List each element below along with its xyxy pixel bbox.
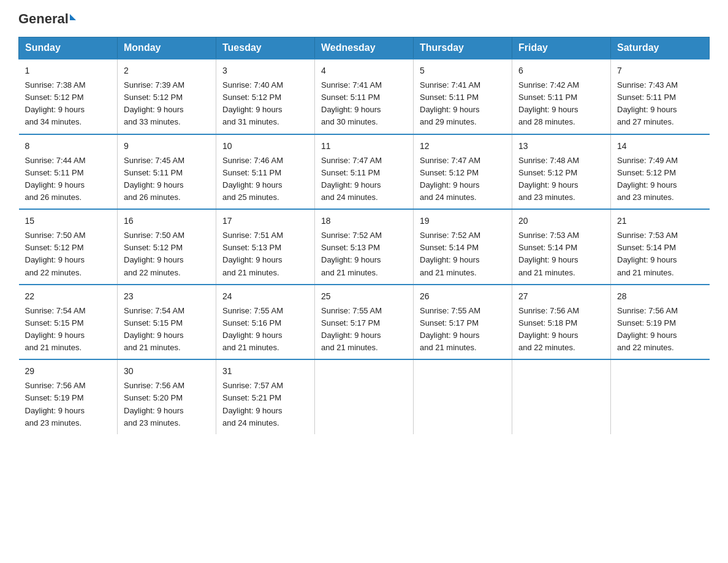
calendar-cell-w5d3: 31Sunrise: 7:57 AMSunset: 5:21 PMDayligh… <box>216 359 315 434</box>
day-number: 23 <box>124 290 210 303</box>
day-info: Sunrise: 7:38 AMSunset: 5:12 PMDaylight:… <box>25 79 112 129</box>
day-info: Sunrise: 7:44 AMSunset: 5:11 PMDaylight:… <box>25 155 112 204</box>
day-number: 15 <box>25 215 112 228</box>
day-info: Sunrise: 7:54 AMSunset: 5:15 PMDaylight:… <box>124 305 210 354</box>
calendar-cell-w5d5 <box>414 359 512 434</box>
day-info: Sunrise: 7:55 AMSunset: 5:16 PMDaylight:… <box>222 305 308 354</box>
day-info: Sunrise: 7:39 AMSunset: 5:12 PMDaylight:… <box>124 79 210 129</box>
day-number: 16 <box>124 215 210 228</box>
day-info: Sunrise: 7:46 AMSunset: 5:11 PMDaylight:… <box>222 155 308 204</box>
header-row: SundayMondayTuesdayWednesdayThursdayFrid… <box>19 37 710 59</box>
day-info: Sunrise: 7:53 AMSunset: 5:14 PMDaylight:… <box>617 229 703 279</box>
day-info: Sunrise: 7:47 AMSunset: 5:12 PMDaylight:… <box>420 155 506 204</box>
day-number: 22 <box>25 290 112 303</box>
day-number: 31 <box>222 365 308 378</box>
calendar-cell-w5d1: 29Sunrise: 7:56 AMSunset: 5:19 PMDayligh… <box>19 359 118 434</box>
header-monday: Monday <box>118 37 216 59</box>
calendar-cell-w4d4: 25Sunrise: 7:55 AMSunset: 5:17 PMDayligh… <box>315 285 414 360</box>
day-info: Sunrise: 7:51 AMSunset: 5:13 PMDaylight:… <box>222 229 308 279</box>
day-info: Sunrise: 7:40 AMSunset: 5:12 PMDaylight:… <box>222 79 308 129</box>
calendar-cell-w2d5: 12Sunrise: 7:47 AMSunset: 5:12 PMDayligh… <box>414 134 512 210</box>
day-info: Sunrise: 7:56 AMSunset: 5:19 PMDaylight:… <box>617 305 703 354</box>
calendar-cell-w3d5: 19Sunrise: 7:52 AMSunset: 5:14 PMDayligh… <box>414 209 512 285</box>
logo-text-general: General <box>18 11 76 26</box>
calendar-cell-w1d3: 3Sunrise: 7:40 AMSunset: 5:12 PMDaylight… <box>216 59 315 134</box>
day-number: 10 <box>222 140 308 153</box>
calendar-header: SundayMondayTuesdayWednesdayThursdayFrid… <box>19 37 710 59</box>
day-info: Sunrise: 7:55 AMSunset: 5:17 PMDaylight:… <box>420 305 506 354</box>
day-number: 11 <box>321 140 407 153</box>
week-row-3: 15Sunrise: 7:50 AMSunset: 5:12 PMDayligh… <box>19 209 710 285</box>
day-info: Sunrise: 7:47 AMSunset: 5:11 PMDaylight:… <box>321 155 407 204</box>
calendar-cell-w5d7 <box>611 359 710 434</box>
calendar-cell-w3d1: 15Sunrise: 7:50 AMSunset: 5:12 PMDayligh… <box>19 209 118 285</box>
calendar-cell-w5d2: 30Sunrise: 7:56 AMSunset: 5:20 PMDayligh… <box>118 359 216 434</box>
week-row-1: 1Sunrise: 7:38 AMSunset: 5:12 PMDaylight… <box>19 59 710 134</box>
calendar-cell-w5d6 <box>512 359 611 434</box>
day-info: Sunrise: 7:48 AMSunset: 5:12 PMDaylight:… <box>518 155 604 204</box>
calendar-cell-w5d4 <box>315 359 414 434</box>
day-info: Sunrise: 7:49 AMSunset: 5:12 PMDaylight:… <box>617 155 703 204</box>
day-info: Sunrise: 7:57 AMSunset: 5:21 PMDaylight:… <box>222 380 308 429</box>
calendar-cell-w2d3: 10Sunrise: 7:46 AMSunset: 5:11 PMDayligh… <box>216 134 315 210</box>
header-sunday: Sunday <box>19 37 118 59</box>
calendar-cell-w3d7: 21Sunrise: 7:53 AMSunset: 5:14 PMDayligh… <box>611 209 710 285</box>
header-thursday: Thursday <box>414 37 512 59</box>
calendar-cell-w3d3: 17Sunrise: 7:51 AMSunset: 5:13 PMDayligh… <box>216 209 315 285</box>
calendar-cell-w4d5: 26Sunrise: 7:55 AMSunset: 5:17 PMDayligh… <box>414 285 512 360</box>
day-number: 9 <box>124 140 210 153</box>
calendar-cell-w1d7: 7Sunrise: 7:43 AMSunset: 5:11 PMDaylight… <box>611 59 710 134</box>
day-number: 7 <box>617 64 703 77</box>
day-number: 12 <box>420 140 506 153</box>
day-info: Sunrise: 7:56 AMSunset: 5:19 PMDaylight:… <box>25 380 112 429</box>
day-info: Sunrise: 7:56 AMSunset: 5:18 PMDaylight:… <box>518 305 604 354</box>
calendar-cell-w1d1: 1Sunrise: 7:38 AMSunset: 5:12 PMDaylight… <box>19 59 118 134</box>
day-info: Sunrise: 7:50 AMSunset: 5:12 PMDaylight:… <box>124 229 210 279</box>
calendar-cell-w2d4: 11Sunrise: 7:47 AMSunset: 5:11 PMDayligh… <box>315 134 414 210</box>
header-area: General <box>18 12 710 26</box>
day-number: 25 <box>321 290 407 303</box>
calendar-cell-w4d1: 22Sunrise: 7:54 AMSunset: 5:15 PMDayligh… <box>19 285 118 360</box>
calendar-cell-w4d6: 27Sunrise: 7:56 AMSunset: 5:18 PMDayligh… <box>512 285 611 360</box>
day-number: 5 <box>420 64 506 77</box>
calendar-cell-w2d2: 9Sunrise: 7:45 AMSunset: 5:11 PMDaylight… <box>118 134 216 210</box>
day-number: 29 <box>25 365 112 378</box>
day-info: Sunrise: 7:43 AMSunset: 5:11 PMDaylight:… <box>617 79 703 129</box>
day-number: 20 <box>518 215 604 228</box>
day-number: 13 <box>518 140 604 153</box>
header-wednesday: Wednesday <box>315 37 414 59</box>
logo-arrow-icon <box>70 14 76 20</box>
week-row-4: 22Sunrise: 7:54 AMSunset: 5:15 PMDayligh… <box>19 285 710 360</box>
calendar-cell-w3d6: 20Sunrise: 7:53 AMSunset: 5:14 PMDayligh… <box>512 209 611 285</box>
day-number: 8 <box>25 140 112 153</box>
day-number: 28 <box>617 290 703 303</box>
day-number: 17 <box>222 215 308 228</box>
header-saturday: Saturday <box>611 37 710 59</box>
day-number: 2 <box>124 64 210 77</box>
header-tuesday: Tuesday <box>216 37 315 59</box>
day-number: 3 <box>222 64 308 77</box>
day-info: Sunrise: 7:52 AMSunset: 5:13 PMDaylight:… <box>321 229 407 279</box>
week-row-2: 8Sunrise: 7:44 AMSunset: 5:11 PMDaylight… <box>19 134 710 210</box>
calendar-cell-w1d5: 5Sunrise: 7:41 AMSunset: 5:11 PMDaylight… <box>414 59 512 134</box>
day-number: 21 <box>617 215 703 228</box>
day-info: Sunrise: 7:41 AMSunset: 5:11 PMDaylight:… <box>420 79 506 129</box>
calendar-cell-w1d6: 6Sunrise: 7:42 AMSunset: 5:11 PMDaylight… <box>512 59 611 134</box>
calendar-cell-w4d7: 28Sunrise: 7:56 AMSunset: 5:19 PMDayligh… <box>611 285 710 360</box>
day-number: 18 <box>321 215 407 228</box>
calendar-table: SundayMondayTuesdayWednesdayThursdayFrid… <box>18 37 710 434</box>
day-info: Sunrise: 7:41 AMSunset: 5:11 PMDaylight:… <box>321 79 407 129</box>
header-friday: Friday <box>512 37 611 59</box>
day-info: Sunrise: 7:53 AMSunset: 5:14 PMDaylight:… <box>518 229 604 279</box>
calendar-cell-w2d6: 13Sunrise: 7:48 AMSunset: 5:12 PMDayligh… <box>512 134 611 210</box>
week-row-5: 29Sunrise: 7:56 AMSunset: 5:19 PMDayligh… <box>19 359 710 434</box>
day-info: Sunrise: 7:54 AMSunset: 5:15 PMDaylight:… <box>25 305 112 354</box>
calendar-cell-w2d7: 14Sunrise: 7:49 AMSunset: 5:12 PMDayligh… <box>611 134 710 210</box>
calendar-cell-w4d3: 24Sunrise: 7:55 AMSunset: 5:16 PMDayligh… <box>216 285 315 360</box>
day-info: Sunrise: 7:45 AMSunset: 5:11 PMDaylight:… <box>124 155 210 204</box>
day-info: Sunrise: 7:52 AMSunset: 5:14 PMDaylight:… <box>420 229 506 279</box>
day-number: 27 <box>518 290 604 303</box>
day-info: Sunrise: 7:42 AMSunset: 5:11 PMDaylight:… <box>518 79 604 129</box>
day-number: 24 <box>222 290 308 303</box>
calendar-cell-w3d4: 18Sunrise: 7:52 AMSunset: 5:13 PMDayligh… <box>315 209 414 285</box>
